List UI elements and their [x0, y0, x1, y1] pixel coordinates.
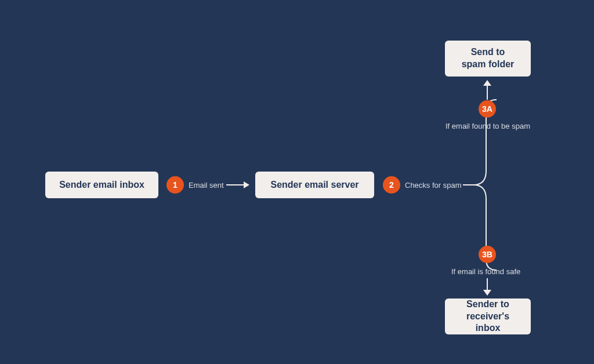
split-connector — [463, 93, 504, 272]
node-label: Sender to receiver's inbox — [457, 299, 519, 334]
arrow-3a-head — [483, 80, 491, 86]
arrow-3a-line — [487, 86, 488, 100]
node-label: Sender email server — [270, 179, 358, 191]
node-label: Send to spam folder — [462, 46, 515, 71]
badge-number: 2 — [389, 180, 394, 190]
node-spam-folder: Send to spam folder — [445, 41, 531, 77]
node-label: Sender email inbox — [59, 179, 144, 191]
arrow-1-head — [244, 181, 249, 188]
badge-number: 3B — [482, 250, 492, 259]
arrow-3b-head — [483, 290, 491, 296]
node-sender-server: Sender email server — [255, 172, 374, 198]
step-badge-2: 2 — [383, 176, 400, 194]
step-label-1: Email sent — [189, 181, 224, 190]
badge-number: 3A — [482, 104, 492, 114]
badge-number: 1 — [173, 180, 178, 190]
step-label-3a: If email found to be spam — [446, 122, 530, 130]
step-badge-1: 1 — [166, 176, 184, 194]
node-receiver-inbox: Sender to receiver's inbox — [445, 299, 531, 334]
step-label-3b: If email is found safe — [451, 267, 520, 276]
node-sender-inbox: Sender email inbox — [45, 172, 158, 198]
step-badge-3b: 3B — [479, 246, 496, 263]
step-badge-3a: 3A — [479, 100, 496, 118]
arrow-3b-line — [487, 278, 488, 290]
step-label-2: Checks for spam — [405, 181, 462, 190]
arrow-1-line — [226, 184, 244, 185]
